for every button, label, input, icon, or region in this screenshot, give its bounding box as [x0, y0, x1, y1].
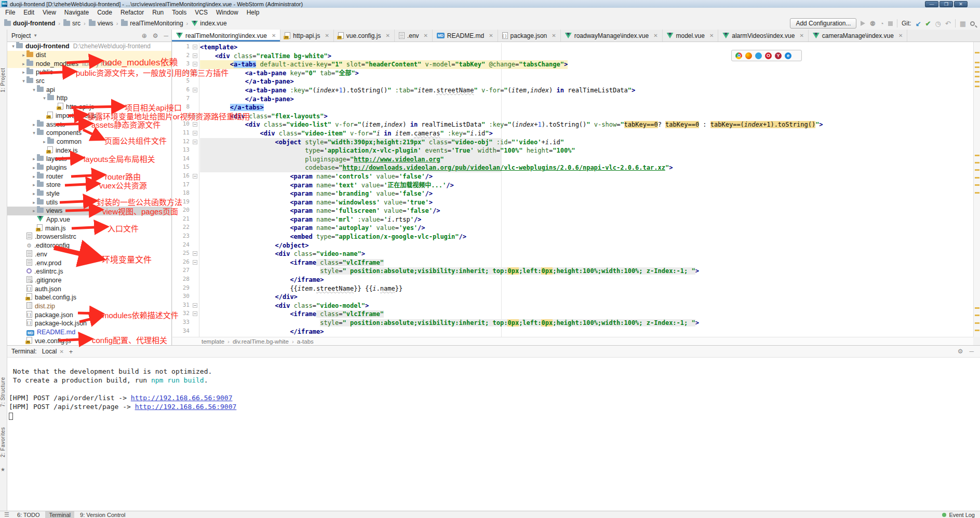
editor-breadcrumb-item[interactable]: template [202, 338, 224, 345]
close-icon[interactable]: ✕ [59, 349, 63, 355]
error-stripe-mark[interactable] [975, 315, 979, 316]
error-stripe-mark[interactable] [975, 330, 979, 331]
chevron-expanded-icon[interactable]: ▾ [42, 96, 47, 101]
menu-item-run[interactable]: Run [148, 8, 168, 17]
tree-item-.editorconfig[interactable]: ⚙.editorconfig [7, 241, 171, 250]
yandex-browser-icon[interactable]: Y [775, 52, 782, 59]
safari-browser-icon[interactable] [755, 52, 762, 59]
ie-browser-icon[interactable]: e [785, 52, 791, 59]
collapse-all-icon[interactable]: ⊕ [142, 32, 147, 39]
tree-item-importExcel.js[interactable]: JSimportExcel.js [7, 112, 171, 120]
error-stripe-mark[interactable] [975, 81, 979, 83]
tree-item-components[interactable]: ▾components [7, 129, 171, 138]
fold-marker-icon[interactable]: − [193, 88, 197, 92]
error-stripe-mark[interactable] [975, 86, 979, 87]
editor-tab[interactable]: alarmVideos\index.vue✕ [718, 30, 809, 42]
chevron-collapsed-icon[interactable]: ▸ [21, 52, 26, 58]
status-bar-item-6-todo[interactable]: 6: TODO [14, 511, 44, 518]
run-button-icon[interactable] [861, 21, 865, 26]
tree-item-utils[interactable]: ▸utils [7, 198, 171, 207]
tree-item-.env.prod[interactable]: .env.prod [7, 258, 171, 267]
error-stripe-mark[interactable] [975, 177, 979, 179]
window-layout-icon[interactable]: ▦ [960, 20, 966, 28]
close-icon[interactable]: ✕ [709, 33, 714, 38]
tool-window-button-structure[interactable]: 7: Structure [0, 372, 7, 412]
chevron-collapsed-icon[interactable]: ▸ [31, 174, 37, 179]
chevron-collapsed-icon[interactable]: ▸ [31, 156, 37, 161]
rollback-icon[interactable]: ↶ [945, 20, 951, 28]
tool-window-button-favorites[interactable]: 2: Favorites [0, 422, 7, 462]
menu-item-view[interactable]: View [38, 8, 60, 17]
error-stripe-mark[interactable] [975, 76, 979, 77]
fold-marker-icon[interactable]: − [193, 251, 197, 256]
minimize-button[interactable]: — [925, 1, 938, 7]
breadcrumb-item-views[interactable]: views [88, 20, 114, 27]
tree-item-auth.json[interactable]: { }auth.json [7, 284, 171, 293]
tree-item-duoji-frontend[interactable]: ▾duoji-frontendD:\zheheWeb\duoji-fronten… [7, 42, 171, 51]
tree-item-assets[interactable]: ▸assets [7, 120, 171, 129]
menu-item-code[interactable]: Code [93, 8, 116, 17]
chevron-collapsed-icon[interactable]: ▸ [31, 122, 37, 127]
error-stripe-mark[interactable] [975, 192, 979, 194]
close-icon[interactable]: ✕ [799, 33, 803, 38]
close-icon[interactable]: ✕ [424, 33, 428, 38]
chevron-collapsed-icon[interactable]: ▸ [31, 200, 37, 205]
fold-marker-icon[interactable]: − [193, 303, 197, 308]
search-everywhere-icon[interactable] [970, 21, 975, 26]
tree-item-package.json[interactable]: { }package.json [7, 310, 171, 319]
editor-tab[interactable]: realTimeMonitoring\index.vue✕ [172, 30, 280, 42]
fold-marker-icon[interactable]: − [193, 62, 197, 66]
fold-marker-icon[interactable]: − [193, 71, 197, 75]
chevron-collapsed-icon[interactable]: ▸ [21, 61, 26, 66]
tree-item-README.md[interactable]: MDREADME.md [7, 328, 171, 337]
tree-item-public[interactable]: ▸public [7, 68, 171, 77]
chevron-expanded-icon[interactable]: ▾ [31, 87, 37, 92]
gear-icon[interactable]: ⚙ [153, 32, 158, 39]
git-commit-icon[interactable]: ✔ [925, 20, 931, 28]
new-terminal-session-button[interactable]: + [69, 348, 73, 356]
close-icon[interactable]: ✕ [325, 33, 329, 38]
fold-marker-icon[interactable]: − [193, 131, 197, 135]
close-icon[interactable]: ✕ [489, 33, 493, 38]
tree-item-src[interactable]: ▾src [7, 77, 171, 86]
menu-item-help[interactable]: Help [243, 8, 264, 17]
close-icon[interactable]: ✕ [552, 33, 556, 38]
menu-item-file[interactable]: File [1, 8, 19, 17]
error-stripe-mark[interactable] [975, 169, 979, 171]
menu-item-navigate[interactable]: Navigate [60, 8, 93, 17]
menu-item-refactor[interactable]: Refactor [116, 8, 148, 17]
editor-breadcrumb-item[interactable]: a-tabs [297, 338, 314, 345]
fold-marker-icon[interactable]: − [193, 53, 197, 58]
project-panel-header[interactable]: Project ▼ ⊕ ⚙ ─ [7, 30, 172, 42]
breadcrumb-item-index.vue[interactable]: index.vue [190, 20, 227, 27]
tree-item-http-api.js[interactable]: JShttp-api.js [7, 103, 171, 112]
coverage-button-icon[interactable]: ◔ [880, 20, 884, 28]
editor-breadcrumb-item[interactable]: div.realTime.bg-white [233, 338, 289, 345]
chevron-expanded-icon[interactable]: ▾ [31, 130, 37, 135]
terminal-tab-local[interactable]: Local ✕ [42, 348, 64, 355]
maximize-button[interactable]: ❐ [939, 1, 953, 7]
tree-item-.eslintrc.js[interactable]: .eslintrc.js [7, 267, 171, 276]
tree-item-router[interactable]: ▸router [7, 172, 171, 181]
tree-item-main.js[interactable]: JSmain.js [7, 224, 171, 233]
terminal-hide-icon[interactable]: ─ [969, 348, 974, 355]
editor-tab[interactable]: JShttp-api.js✕ [280, 30, 333, 42]
fold-marker-icon[interactable]: − [193, 260, 197, 265]
history-icon[interactable]: ◷ [935, 20, 941, 28]
error-stripe[interactable] [973, 42, 980, 337]
chevron-collapsed-icon[interactable]: ▸ [42, 139, 47, 144]
editor-tab[interactable]: { }package.json✕ [498, 30, 561, 42]
tree-item-babel.config.js[interactable]: JSbabel.config.js [7, 293, 171, 302]
terminal-link[interactable]: http://192.168.66.56:9007 [131, 394, 233, 402]
editor-tab[interactable]: roadwayManage\index.vue✕ [561, 30, 663, 42]
close-icon[interactable]: ✕ [898, 33, 903, 38]
editor-tab[interactable]: .env✕ [395, 30, 433, 42]
fold-marker-icon[interactable]: − [193, 45, 197, 49]
fold-marker-icon[interactable]: − [193, 114, 197, 118]
status-bar-item-terminal[interactable]: Terminal [45, 511, 74, 518]
tree-item-.env[interactable]: .env [7, 250, 171, 259]
editor-tab[interactable]: cameraManage\index.vue✕ [809, 30, 907, 42]
tree-item-views[interactable]: ▸views [7, 207, 171, 215]
chevron-down-icon[interactable]: ▼ [33, 33, 37, 38]
chevron-collapsed-icon[interactable]: ▸ [31, 165, 37, 170]
